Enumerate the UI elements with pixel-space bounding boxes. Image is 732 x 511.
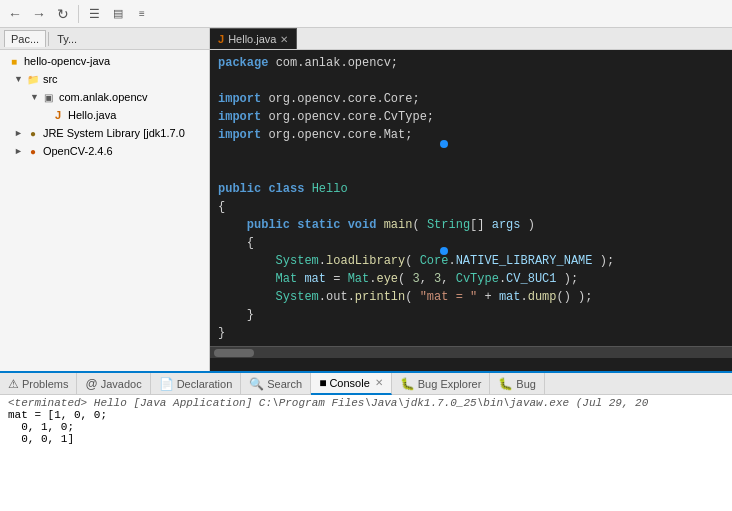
bug-icon: 🐛: [498, 377, 513, 391]
search-label: Search: [267, 378, 302, 390]
hello-java-file[interactable]: J Hello.java: [0, 106, 209, 124]
hello-java-label: Hello.java: [68, 109, 116, 121]
breakpoint-1: [440, 247, 448, 255]
code-editor[interactable]: package com.anlak.opencv; import org.ope…: [210, 50, 732, 371]
src-label: src: [43, 73, 58, 85]
java-file-icon: J: [50, 107, 66, 123]
console-close[interactable]: ✕: [375, 377, 383, 388]
problems-icon: ⚠: [8, 377, 19, 391]
left-panel: Pac... Ty... ■ hello-opencv-java ▼ 📁 src…: [0, 28, 210, 371]
expand-jre: ►: [14, 128, 23, 138]
type-hierarchy-tab[interactable]: Ty...: [51, 31, 83, 47]
declaration-label: Declaration: [177, 378, 233, 390]
src-folder[interactable]: ▼ 📁 src: [0, 70, 209, 88]
panel-header: Pac... Ty...: [0, 28, 209, 50]
console-icon: ■: [319, 376, 326, 390]
console-label: Console: [329, 377, 369, 389]
view-button[interactable]: ▤: [107, 3, 129, 25]
bottom-panel: ⚠ Problems @ Javadoc 📄 Declaration 🔍 Sea…: [0, 371, 732, 511]
jre-label: JRE System Library [jdk1.7.0: [43, 127, 185, 139]
forward-button[interactable]: →: [28, 3, 50, 25]
menu-button[interactable]: ☰: [83, 3, 105, 25]
tab-filename: Hello.java: [228, 33, 276, 45]
bug-explorer-icon: 🐛: [400, 377, 415, 391]
jre-library[interactable]: ► ● JRE System Library [jdk1.7.0: [0, 124, 209, 142]
package-label: com.anlak.opencv: [59, 91, 148, 103]
expand-icon: ▼: [14, 74, 23, 84]
expand-button[interactable]: ≡: [131, 3, 153, 25]
bug-tab[interactable]: 🐛 Bug: [490, 373, 545, 395]
expand-icon2: ▼: [30, 92, 39, 102]
declaration-icon: 📄: [159, 377, 174, 391]
package-node[interactable]: ▼ ▣ com.anlak.opencv: [0, 88, 209, 106]
opencv-icon: ●: [25, 143, 41, 159]
editor-tabs: J Hello.java ✕: [210, 28, 732, 50]
main-content: Pac... Ty... ■ hello-opencv-java ▼ 📁 src…: [0, 28, 732, 371]
declaration-tab[interactable]: 📄 Declaration: [151, 373, 242, 395]
console-output-area: <terminated> Hello [Java Application] C:…: [0, 395, 732, 511]
javadoc-tab[interactable]: @ Javadoc: [77, 373, 150, 395]
java-icon: J: [218, 33, 224, 45]
problems-label: Problems: [22, 378, 68, 390]
expand-opencv: ►: [14, 146, 23, 156]
jre-icon: ●: [25, 125, 41, 141]
bug-label: Bug: [516, 378, 536, 390]
project-icon: ■: [6, 53, 22, 69]
bottom-tabs: ⚠ Problems @ Javadoc 📄 Declaration 🔍 Sea…: [0, 373, 732, 395]
package-explorer-tab[interactable]: Pac...: [4, 30, 46, 47]
project-root[interactable]: ■ hello-opencv-java: [0, 52, 209, 70]
close-tab-button[interactable]: ✕: [280, 34, 288, 45]
tab-separator: [48, 32, 49, 46]
file-tree: ■ hello-opencv-java ▼ 📁 src ▼ ▣ com.anla…: [0, 50, 209, 371]
search-icon: 🔍: [249, 377, 264, 391]
separator: [78, 5, 79, 23]
console-mat-output: mat = [1, 0, 0; 0, 1, 0; 0, 0, 1]: [8, 409, 724, 445]
back-button[interactable]: ←: [4, 3, 26, 25]
package-icon: ▣: [41, 89, 57, 105]
folder-icon: 📁: [25, 71, 41, 87]
terminated-line: <terminated> Hello [Java Application] C:…: [8, 397, 724, 409]
hello-java-tab[interactable]: J Hello.java ✕: [210, 28, 297, 49]
javadoc-icon: @: [85, 377, 97, 391]
top-toolbar: ← → ↻ ☰ ▤ ≡: [0, 0, 732, 28]
code-content: package com.anlak.opencv; import org.ope…: [210, 50, 732, 346]
opencv-label: OpenCV-2.4.6: [43, 145, 113, 157]
breakpoint-2: [440, 140, 448, 148]
problems-tab[interactable]: ⚠ Problems: [0, 373, 77, 395]
javadoc-label: Javadoc: [101, 378, 142, 390]
bug-explorer-label: Bug Explorer: [418, 378, 482, 390]
editor-area: J Hello.java ✕ package com.anlak.opencv;…: [210, 28, 732, 371]
hscrollbar-thumb[interactable]: [214, 349, 254, 357]
project-label: hello-opencv-java: [24, 55, 110, 67]
bug-explorer-tab[interactable]: 🐛 Bug Explorer: [392, 373, 491, 395]
search-tab[interactable]: 🔍 Search: [241, 373, 311, 395]
refresh-button[interactable]: ↻: [52, 3, 74, 25]
opencv-library[interactable]: ► ● OpenCV-2.4.6: [0, 142, 209, 160]
console-tab[interactable]: ■ Console ✕: [311, 373, 392, 395]
editor-hscrollbar[interactable]: [210, 346, 732, 358]
